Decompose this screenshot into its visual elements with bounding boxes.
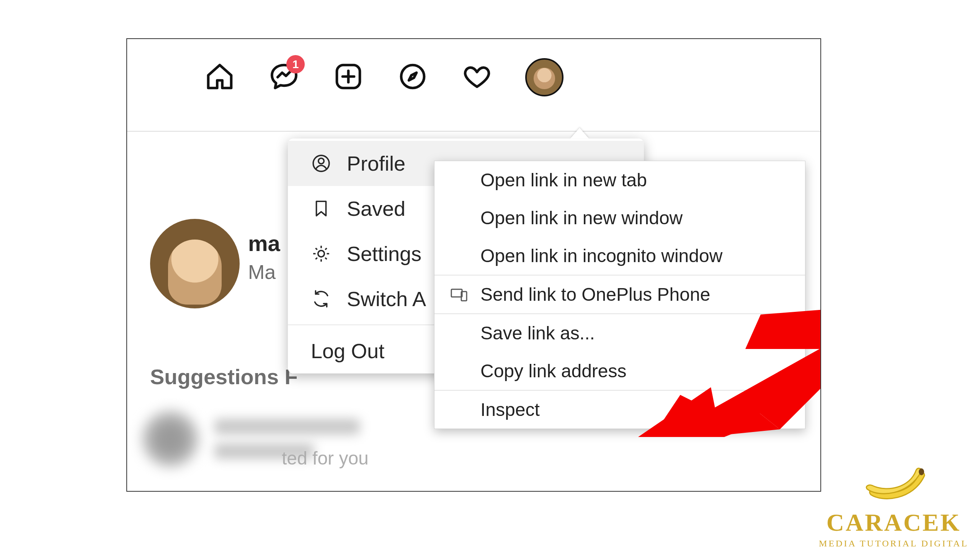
- profile-avatar-button[interactable]: [525, 58, 564, 96]
- watermark: CARACEK MEDIA TUTORIAL DIGITAL: [819, 453, 969, 549]
- ctx-open-new-tab[interactable]: Open link in new tab: [434, 161, 805, 199]
- activity-button[interactable]: [461, 61, 493, 93]
- messenger-button[interactable]: 1: [268, 61, 300, 93]
- dropdown-label: Saved: [347, 197, 405, 220]
- watermark-sub: MEDIA TUTORIAL DIGITAL: [819, 538, 969, 549]
- side-profile-text: ma Ma: [248, 230, 280, 284]
- svg-point-1: [401, 65, 424, 88]
- ctx-label: Open link in incognito window: [480, 245, 722, 266]
- ctx-save-link-as[interactable]: Save link as...: [434, 314, 805, 352]
- dropdown-label: Settings: [347, 242, 421, 266]
- plus-square-icon: [333, 61, 364, 93]
- ctx-label: Inspect: [480, 399, 540, 420]
- messenger-badge: 1: [286, 55, 305, 73]
- compass-icon: [397, 61, 428, 93]
- top-nav: 1: [127, 39, 820, 132]
- watermark-brand: CARACEK: [819, 509, 969, 537]
- dropdown-label: Switch A: [347, 287, 426, 311]
- home-icon: [204, 61, 235, 93]
- ctx-open-new-window[interactable]: Open link in new window: [434, 199, 805, 237]
- ctx-copy-link-address[interactable]: Copy link address: [434, 352, 805, 390]
- side-profile-avatar[interactable]: [150, 219, 240, 308]
- heart-icon: [462, 61, 492, 93]
- dropdown-label: Log Out: [311, 339, 384, 362]
- dropdown-label: Profile: [347, 152, 405, 175]
- new-post-button[interactable]: [332, 61, 364, 93]
- context-menu: Open link in new tab Open link in new wi…: [434, 161, 805, 429]
- ctx-label: Open link in new window: [480, 207, 683, 228]
- avatar-icon: [534, 68, 555, 89]
- svg-rect-5: [451, 289, 462, 297]
- ctx-label: Save link as...: [480, 323, 595, 344]
- ctx-label: Send link to OnePlus Phone: [480, 284, 710, 305]
- banana-icon: [856, 453, 932, 506]
- bookmark-icon: [311, 198, 332, 219]
- home-button[interactable]: [204, 61, 236, 93]
- displayname-fragment: Ma: [248, 261, 280, 284]
- devices-icon: [450, 285, 468, 304]
- ctx-open-incognito[interactable]: Open link in incognito window: [434, 237, 805, 275]
- ctx-label: Open link in new tab: [480, 170, 647, 191]
- suggestions-heading: Suggestions F: [150, 364, 298, 389]
- svg-point-3: [318, 158, 324, 164]
- explore-button[interactable]: [397, 61, 429, 93]
- dropdown-pointer: [570, 128, 589, 139]
- gear-icon: [311, 243, 332, 264]
- ctx-inspect[interactable]: Inspect: [434, 391, 805, 429]
- ctx-label: Copy link address: [480, 360, 627, 381]
- app-frame: 1: [126, 38, 821, 492]
- blurred-avatar: [142, 410, 199, 468]
- ctx-send-to-device[interactable]: Send link to OnePlus Phone: [434, 276, 805, 313]
- avatar-large-icon: [150, 219, 240, 308]
- blurred-text: [214, 419, 360, 435]
- switch-icon: [311, 289, 332, 309]
- suggested-tail-text: ted for you: [282, 448, 369, 469]
- profile-icon: [311, 153, 332, 174]
- svg-point-14: [919, 468, 924, 475]
- username-fragment: ma: [248, 230, 280, 256]
- svg-point-4: [318, 251, 325, 257]
